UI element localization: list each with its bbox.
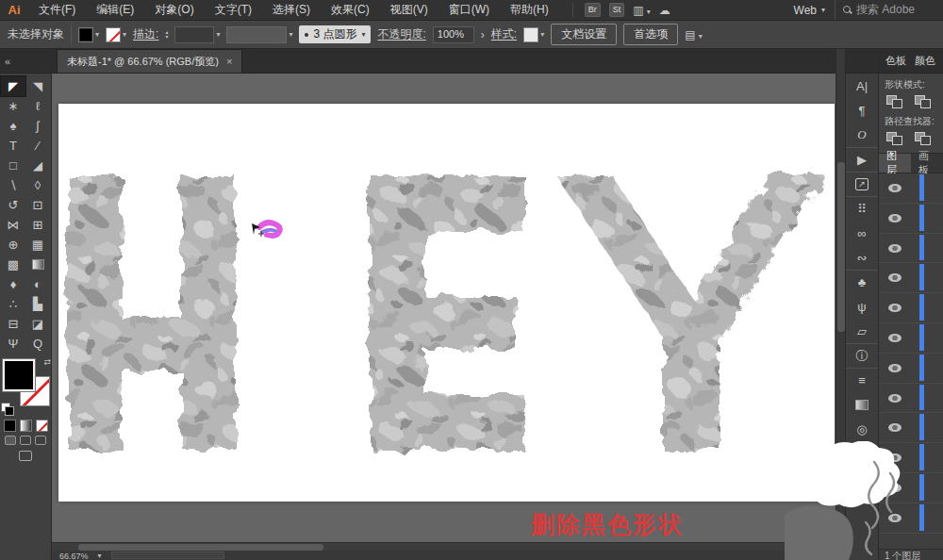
color-button[interactable] xyxy=(4,420,16,432)
style-label[interactable]: 样式: xyxy=(491,26,517,42)
scale-tool[interactable]: ⊡ xyxy=(25,195,50,215)
width-profile-preview[interactable] xyxy=(226,26,287,43)
eraser-tool[interactable]: ◊ xyxy=(25,175,50,195)
layer-row[interactable] xyxy=(879,503,943,534)
style-select[interactable]: ▾ xyxy=(523,27,544,42)
gradient-panel-icon[interactable] xyxy=(846,392,878,417)
close-icon[interactable]: × xyxy=(226,56,232,67)
visibility-eye-icon[interactable] xyxy=(888,364,902,372)
menu-window[interactable]: 窗口(W) xyxy=(438,0,500,20)
stroke-weight-select[interactable]: ▾ xyxy=(174,26,220,43)
symbol-sprayer-tool[interactable]: ∴ xyxy=(1,294,25,314)
hey-artwork[interactable] xyxy=(58,104,835,502)
layer-row[interactable] xyxy=(879,443,943,473)
tab-artboards[interactable]: 画板 xyxy=(911,154,943,173)
swap-fill-stroke-icon[interactable]: ⇄ xyxy=(43,357,51,367)
canvas-area[interactable]: HEY 删除黑色形状 66.67% ▾ xyxy=(52,74,835,560)
draw-behind-mode[interactable] xyxy=(20,436,31,445)
status-artboard-nav[interactable] xyxy=(111,552,224,559)
layer-row[interactable] xyxy=(879,234,943,264)
visibility-eye-icon[interactable] xyxy=(888,184,902,192)
visibility-eye-icon[interactable] xyxy=(888,214,902,222)
workspace-switcher[interactable]: Web ▾ xyxy=(785,4,835,17)
bridge-badge[interactable]: Br xyxy=(585,3,601,17)
stroke-color-control[interactable]: ▾ xyxy=(106,27,126,42)
opacity-input[interactable]: 100% xyxy=(433,26,474,43)
direct-selection-tool[interactable]: ◥ xyxy=(25,76,50,96)
draw-normal-mode[interactable] xyxy=(5,436,16,445)
screen-mode-button[interactable] xyxy=(19,451,32,461)
line-segment-tool[interactable]: ∕ xyxy=(25,136,50,156)
perspective-grid-tool[interactable]: ▦ xyxy=(25,235,50,255)
visibility-eye-icon[interactable] xyxy=(888,394,902,403)
visibility-eye-icon[interactable] xyxy=(888,273,902,282)
width-tool[interactable]: ⋈ xyxy=(1,215,25,235)
chevron-down-icon[interactable]: ▾ xyxy=(540,30,544,39)
layer-row[interactable] xyxy=(879,384,943,414)
menu-select[interactable]: 选择(S) xyxy=(262,0,321,20)
visibility-eye-icon[interactable] xyxy=(888,334,902,342)
chevron-down-icon[interactable]: ▾ xyxy=(98,552,102,560)
fill-color-control[interactable]: ▾ xyxy=(78,27,99,42)
mesh-tool[interactable]: ▩ xyxy=(1,255,25,274)
links-panel-icon[interactable]: ∾ xyxy=(846,245,878,270)
info-panel-icon[interactable]: ⓘ xyxy=(846,343,878,368)
export-panel-icon[interactable]: ↗ xyxy=(846,172,878,196)
sync-cloud-icon[interactable]: ☁ xyxy=(659,4,670,17)
menu-file[interactable]: 文件(F) xyxy=(28,0,86,20)
slice-tool[interactable]: ◪ xyxy=(25,314,50,334)
default-fill-stroke-icon[interactable] xyxy=(1,403,10,412)
arrange-documents-icon[interactable]: ▥ ▾ xyxy=(633,4,651,17)
opentype-panel-icon[interactable]: O xyxy=(846,123,878,147)
chevron-down-icon[interactable]: ▾ xyxy=(289,30,292,39)
transform-panel-icon[interactable]: ⠿ xyxy=(846,196,878,221)
magic-wand-tool[interactable]: ∗ xyxy=(1,96,25,116)
transparency-panel-icon[interactable]: ◎ xyxy=(846,417,878,441)
vertical-scrollbar[interactable] xyxy=(835,49,845,560)
zoom-tool[interactable]: Q xyxy=(25,334,50,354)
layer-row[interactable] xyxy=(879,173,943,204)
none-button[interactable] xyxy=(36,420,48,432)
stroke-weight-value[interactable] xyxy=(174,26,214,43)
chevron-down-icon[interactable]: ▾ xyxy=(95,30,99,39)
pathfinder-trim-button[interactable] xyxy=(915,131,934,147)
menu-effect[interactable]: 效果(C) xyxy=(321,0,380,20)
opacity-label[interactable]: 不透明度: xyxy=(377,26,425,42)
brushes-panel-icon[interactable]: ♣ xyxy=(846,270,878,294)
blend-tool[interactable]: ◐ xyxy=(25,274,50,294)
document-tab[interactable]: 未标题-1* @ 66.67% (RGB/预览) × xyxy=(57,49,242,73)
opacity-more-chevron[interactable]: › xyxy=(481,28,485,41)
align-options-icon[interactable]: ▤ ▾ xyxy=(685,28,703,41)
tab-color[interactable]: 颜色 xyxy=(915,54,935,68)
stroke-none-swatch[interactable] xyxy=(106,27,121,42)
layer-row[interactable] xyxy=(879,263,943,293)
stock-badge[interactable]: St xyxy=(609,3,625,17)
document-setup-button[interactable]: 文档设置 xyxy=(551,24,617,45)
visibility-eye-icon[interactable] xyxy=(888,423,902,432)
actions-panel-icon[interactable]: ▶ xyxy=(846,147,878,172)
horizontal-scrollbar[interactable] xyxy=(52,542,835,551)
rotate-tool[interactable]: ↺ xyxy=(1,195,25,215)
shape-mode-unite-button[interactable] xyxy=(886,94,905,110)
fill-swatch[interactable] xyxy=(78,27,93,42)
visibility-eye-icon[interactable] xyxy=(888,244,902,253)
rectangle-tool[interactable]: □ xyxy=(1,156,25,175)
layer-row[interactable] xyxy=(879,293,943,323)
visibility-eye-icon[interactable] xyxy=(888,514,902,522)
brush-definition-select[interactable]: 3 点圆形 ▾ xyxy=(299,25,371,43)
tab-layers[interactable]: 图层 xyxy=(879,154,911,173)
symbols-panel-icon[interactable]: ψ xyxy=(846,294,878,319)
menu-view[interactable]: 视图(V) xyxy=(380,0,438,20)
chevron-down-icon[interactable]: ▾ xyxy=(123,30,126,39)
chevron-down-icon[interactable]: ▾ xyxy=(216,30,220,39)
search-input[interactable]: 搜索 Adobe xyxy=(835,0,943,20)
shape-builder-tool[interactable]: ⊕ xyxy=(1,235,25,255)
layer-row[interactable] xyxy=(879,354,943,384)
menu-edit[interactable]: 编辑(E) xyxy=(86,0,144,20)
column-graph-tool[interactable]: ▙ xyxy=(25,294,50,314)
visibility-eye-icon[interactable] xyxy=(888,304,902,312)
zoom-level[interactable]: 66.67% xyxy=(59,552,89,560)
tab-swatches[interactable]: 色板 xyxy=(885,54,906,68)
artboard[interactable]: HEY xyxy=(58,104,835,502)
vscroll-thumb[interactable] xyxy=(837,162,845,332)
